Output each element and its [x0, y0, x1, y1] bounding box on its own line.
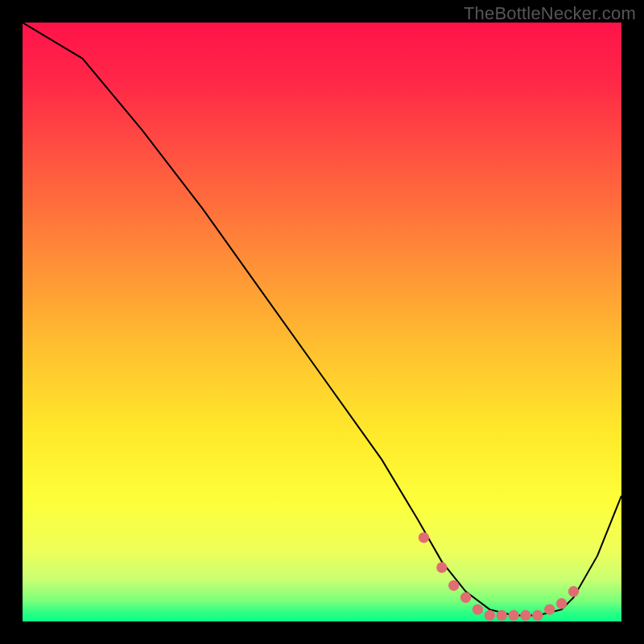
curve-markers: [419, 532, 579, 621]
bottleneck-curve: [23, 23, 621, 621]
marker-dot: [497, 610, 507, 621]
plot-area: [23, 23, 621, 621]
marker-dot: [436, 562, 447, 572]
marker-dot: [556, 598, 567, 609]
marker-dot: [508, 610, 518, 621]
curve-path: [23, 23, 621, 616]
marker-dot: [544, 604, 555, 614]
marker-dot: [473, 604, 483, 614]
marker-dot: [448, 580, 459, 591]
marker-dot: [460, 592, 471, 603]
marker-dot: [485, 610, 495, 621]
marker-dot: [532, 610, 543, 621]
marker-dot: [419, 532, 429, 543]
watermark-text: TheBottleNecker.com: [464, 3, 636, 24]
chart-stage: TheBottleNecker.com: [0, 0, 644, 644]
marker-dot: [520, 610, 530, 621]
marker-dot: [568, 586, 579, 597]
